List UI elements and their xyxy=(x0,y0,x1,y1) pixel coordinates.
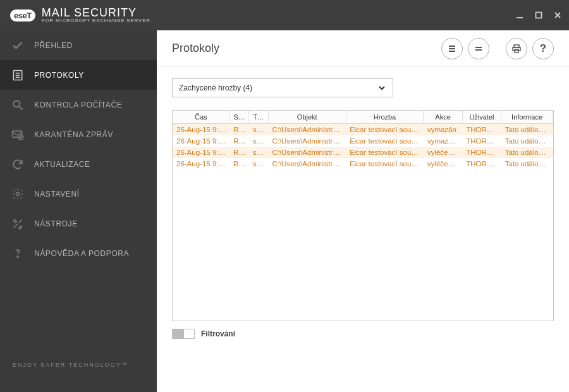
window-controls xyxy=(515,10,563,20)
brand-logo: eseT xyxy=(10,9,35,21)
check-icon xyxy=(10,38,25,53)
table-cell: THORAX... xyxy=(462,147,501,158)
filter-row: Filtrování xyxy=(172,329,554,339)
table-cell: 26-Aug-15 9:2... xyxy=(173,124,229,136)
table-cell: vymazán... xyxy=(424,135,462,147)
table-cell: 26-Aug-15 9:2... xyxy=(173,147,229,158)
table-cell: THORAX... xyxy=(462,135,501,147)
sidebar-item-label: AKTUALIZACE xyxy=(34,160,90,169)
table-cell: vyléčen s... xyxy=(424,147,462,158)
view-list-button[interactable] xyxy=(441,38,463,59)
table-row[interactable]: 26-Aug-15 9:2...Rez...so...C:\Users\Admi… xyxy=(173,158,553,169)
filter-toggle[interactable] xyxy=(172,329,195,339)
col-header-threat[interactable]: Hrozba xyxy=(346,111,424,124)
dropdown-value: Zachycené hrozby (4) xyxy=(179,83,252,92)
sidebar-item-scan[interactable]: KONTROLA POČÍTAČE xyxy=(0,90,157,119)
log-type-dropdown[interactable]: Zachycené hrozby (4) xyxy=(172,78,393,97)
col-header-user[interactable]: Uživatel xyxy=(462,111,501,124)
table-row[interactable]: 26-Aug-15 9:2...Rez...so...C:\Users\Admi… xyxy=(173,147,553,158)
sidebar-item-label: PŘEHLED xyxy=(34,41,73,50)
table-cell: C:\Users\Administra... xyxy=(268,135,346,147)
svg-rect-10 xyxy=(13,131,22,137)
product-name-wrap: MAIL SECURITY FOR MICROSOFT EXCHANGE SER… xyxy=(42,7,150,24)
table-cell: Eicar testovací soubor xyxy=(346,124,424,136)
table-cell: Tato událost n... xyxy=(501,158,553,169)
help-button[interactable]: ? xyxy=(532,38,554,59)
refresh-icon xyxy=(10,157,25,172)
table-row[interactable]: 26-Aug-15 9:2...Rez...so...C:\Users\Admi… xyxy=(173,124,553,136)
main-panel: Protokoly ? Zachycené xyxy=(157,30,569,392)
sidebar-item-tools[interactable]: NÁSTROJE xyxy=(0,209,157,238)
svg-rect-1 xyxy=(536,13,542,18)
table-cell: Rez... xyxy=(229,147,249,158)
table-cell: C:\Users\Administra... xyxy=(268,124,346,136)
view-detail-button[interactable] xyxy=(468,38,489,59)
sidebar-footer: ENJOY SAFER TECHNOLOGY™ xyxy=(0,350,157,392)
chevron-down-icon xyxy=(377,83,386,92)
table-cell: THORAX... xyxy=(462,158,501,169)
table-cell: Eicar testovací soubor xyxy=(346,158,424,169)
sidebar-item-label: PROTOKOLY xyxy=(34,71,84,80)
table-cell: Eicar testovací soubor xyxy=(346,135,424,147)
sidebar-item-label: NASTAVENÍ xyxy=(34,190,80,199)
table-cell: 26-Aug-15 9:2... xyxy=(173,158,229,169)
svg-point-8 xyxy=(13,101,20,107)
table-cell: C:\Users\Administra... xyxy=(268,158,346,169)
search-icon xyxy=(10,97,25,113)
table-cell: Eicar testovací soubor xyxy=(346,147,424,158)
help-icon xyxy=(10,246,25,261)
col-header-time[interactable]: Čas xyxy=(173,111,229,124)
page-title: Protokoly xyxy=(172,42,219,55)
sidebar-item-help[interactable]: NÁPOVĚDA A PODPORA xyxy=(0,238,157,268)
main-header: Protokoly ? xyxy=(157,30,569,67)
table-cell: vymazán xyxy=(424,124,462,136)
sidebar-item-logs[interactable]: PROTOKOLY xyxy=(0,60,157,90)
sidebar-item-overview[interactable]: PŘEHLED xyxy=(0,30,157,60)
col-header-type[interactable]: Ty... xyxy=(249,111,269,124)
svg-point-14 xyxy=(17,256,18,257)
table-cell: so... xyxy=(249,158,269,169)
table-cell: so... xyxy=(249,124,269,136)
table-row[interactable]: 26-Aug-15 9:2...Rez...so...C:\Users\Admi… xyxy=(173,135,553,147)
col-header-action[interactable]: Akce xyxy=(424,111,462,124)
minimize-button[interactable] xyxy=(515,10,525,20)
print-button[interactable] xyxy=(506,38,527,59)
table-cell: 26-Aug-15 9:2... xyxy=(173,135,229,147)
sidebar-item-label: KONTROLA POČÍTAČE xyxy=(34,101,122,109)
sidebar-item-settings[interactable]: NASTAVENÍ xyxy=(0,179,157,209)
table-header[interactable]: Čas Sk... Ty... Objekt Hrozba Akce Uživa… xyxy=(173,111,553,124)
table-cell: vyléčen s... xyxy=(424,158,462,169)
table-cell: Rez... xyxy=(229,135,249,147)
table-cell: Tato událost n... xyxy=(501,147,553,158)
filter-label: Filtrování xyxy=(201,329,235,338)
envelope-denied-icon xyxy=(10,127,25,142)
table-cell: Tato událost n... xyxy=(501,135,553,147)
maximize-button[interactable] xyxy=(534,10,544,20)
table-cell: C:\Users\Administra... xyxy=(268,147,346,158)
close-button[interactable] xyxy=(553,10,563,20)
col-header-info[interactable]: Informace xyxy=(501,111,553,124)
svg-point-13 xyxy=(16,192,20,195)
sidebar-item-label: NÁPOVĚDA A PODPORA xyxy=(34,249,129,258)
product-subtitle: FOR MICROSOFT EXCHANGE SERVER xyxy=(42,18,150,24)
col-header-object[interactable]: Objekt xyxy=(268,111,346,124)
gear-icon xyxy=(10,187,25,202)
table-cell: Tato událost n... xyxy=(501,124,553,136)
svg-line-9 xyxy=(20,106,23,109)
table-cell: so... xyxy=(249,135,269,147)
sidebar-item-label: KARANTÉNA ZPRÁV xyxy=(34,130,113,139)
header-actions: ? xyxy=(441,38,554,59)
sidebar: PŘEHLED PROTOKOLY KONTROLA POČÍTAČE xyxy=(0,30,157,392)
col-header-scanner[interactable]: Sk... xyxy=(229,111,249,124)
table-cell: so... xyxy=(249,147,269,158)
table-cell: Rez... xyxy=(229,158,249,169)
toggle-knob xyxy=(173,329,184,338)
table-cell: THORAX... xyxy=(462,124,501,136)
sidebar-item-update[interactable]: AKTUALIZACE xyxy=(0,149,157,179)
title-bar: eseT MAIL SECURITY FOR MICROSOFT EXCHANG… xyxy=(0,0,569,30)
list-icon xyxy=(10,68,25,83)
sidebar-item-label: NÁSTROJE xyxy=(34,219,78,228)
table-body: 26-Aug-15 9:2...Rez...so...C:\Users\Admi… xyxy=(173,124,553,170)
sidebar-item-quarantine[interactable]: KARANTÉNA ZPRÁV xyxy=(0,119,157,149)
log-table-container[interactable]: Čas Sk... Ty... Objekt Hrozba Akce Uživa… xyxy=(172,110,554,321)
